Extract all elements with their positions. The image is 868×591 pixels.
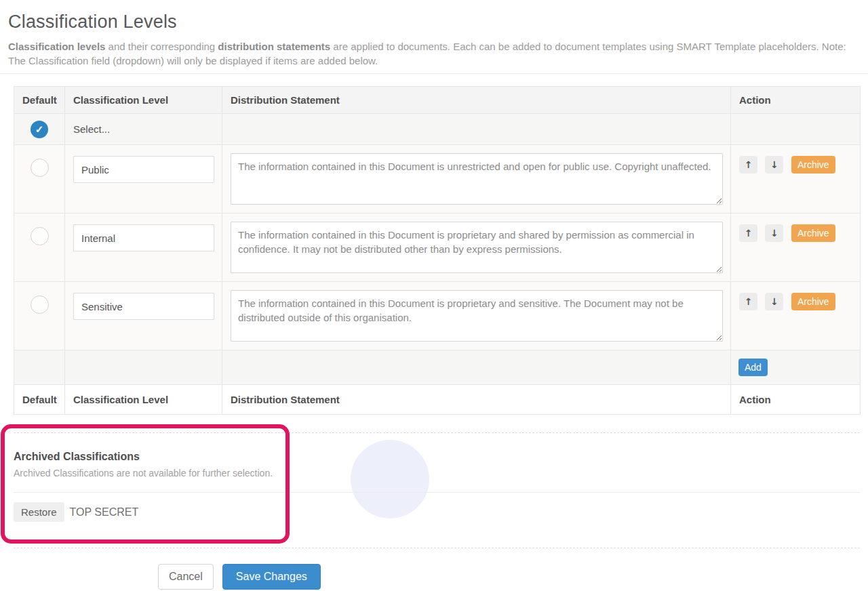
select-placeholder-cell: Select... (65, 114, 222, 145)
distribution-statement-cell: The information contained in this Docume… (222, 145, 731, 213)
column-header-action: Action (731, 87, 861, 114)
classification-level-input[interactable] (73, 224, 214, 251)
archived-item-row: Restore TOP SECRET (14, 502, 860, 522)
move-down-button[interactable]: ↓ (765, 224, 783, 242)
move-up-button[interactable]: ↑ (739, 156, 757, 174)
add-row: Add (14, 350, 861, 385)
column-header-distribution-statement: Distribution Statement (222, 87, 731, 114)
save-changes-button[interactable]: Save Changes (222, 564, 321, 590)
cancel-button[interactable]: Cancel (158, 564, 214, 590)
action-cell: ↑ ↓ Archive (731, 145, 861, 213)
form-actions: Cancel Save Changes (158, 564, 868, 590)
table-footer-row: Default Classification Level Distributio… (14, 385, 861, 415)
select-placeholder-label: Select... (65, 123, 118, 135)
table-row: The information contained in this Docume… (14, 282, 861, 350)
action-cell: ↑ ↓ Archive (731, 282, 861, 350)
classification-level-cell (65, 282, 222, 350)
move-down-button[interactable]: ↓ (765, 293, 783, 310)
archived-classifications-heading: Archived Classifications (14, 451, 860, 463)
empty-statement-cell (222, 114, 731, 145)
default-radio-cell (14, 213, 65, 282)
default-radio-cell: ✓ (14, 114, 65, 145)
column-header-classification-level: Classification Level (65, 87, 222, 114)
page-description: Classification levels and their correspo… (8, 39, 860, 68)
default-radio-unchecked[interactable] (31, 296, 49, 314)
table-row: The information contained in this Docume… (14, 145, 861, 213)
move-down-button[interactable]: ↓ (765, 156, 783, 174)
empty-cell (65, 350, 222, 385)
archived-classifications-section: Archived Classifications Archived Classi… (14, 432, 860, 548)
page-title: Classification Levels (8, 11, 860, 33)
move-up-button[interactable]: ↑ (739, 293, 757, 310)
default-radio-unchecked[interactable] (31, 227, 49, 245)
distribution-statement-cell: The information contained in this Docume… (222, 213, 731, 282)
classification-level-cell (65, 145, 222, 213)
arrow-down-icon: ↓ (770, 296, 778, 307)
page-header: Classification Levels Classification lev… (0, 0, 868, 74)
archive-button[interactable]: Archive (791, 293, 835, 310)
arrow-down-icon: ↓ (770, 228, 778, 239)
default-select-row: ✓ Select... (14, 114, 861, 145)
desc-bold-classification-levels: Classification levels (8, 41, 105, 52)
action-cell: ↑ ↓ Archive (731, 213, 861, 282)
arrow-down-icon: ↓ (770, 159, 778, 170)
desc-text: and their corresponding (105, 41, 218, 52)
archived-items-list: Restore TOP SECRET (14, 492, 860, 522)
column-header-default: Default (14, 87, 65, 114)
desc-bold-distribution-statements: distribution statements (218, 41, 330, 52)
distribution-statement-textarea[interactable]: The information contained in this Docume… (231, 290, 723, 342)
empty-cell (222, 350, 731, 385)
footer-header-action: Action (731, 385, 861, 415)
footer-header-default: Default (14, 385, 65, 415)
table-row: The information contained in this Docume… (14, 213, 861, 282)
default-radio-cell (14, 145, 65, 213)
table-header-row: Default Classification Level Distributio… (14, 87, 861, 114)
classification-levels-table: Default Classification Level Distributio… (14, 86, 861, 415)
default-radio-cell (14, 282, 65, 350)
move-up-button[interactable]: ↑ (739, 224, 757, 242)
archive-button[interactable]: Archive (791, 224, 835, 242)
classification-level-input[interactable] (73, 293, 214, 320)
archive-button[interactable]: Archive (791, 156, 835, 174)
classification-level-cell (65, 213, 222, 282)
arrow-up-icon: ↑ (745, 159, 753, 170)
default-radio-checked[interactable]: ✓ (31, 121, 48, 138)
restore-button[interactable]: Restore (14, 502, 64, 522)
add-button[interactable]: Add (738, 359, 768, 376)
archived-classifications-description: Archived Classifications are not availab… (14, 468, 860, 478)
footer-header-classification-level: Classification Level (65, 385, 222, 415)
archived-item-name: TOP SECRET (70, 506, 139, 518)
distribution-statement-textarea[interactable]: The information contained in this Docume… (231, 153, 723, 205)
empty-action-cell (731, 114, 861, 145)
add-action-cell: Add (731, 350, 861, 385)
arrow-up-icon: ↑ (745, 228, 753, 239)
distribution-statement-textarea[interactable]: The information contained in this Docume… (231, 222, 723, 273)
default-radio-unchecked[interactable] (31, 159, 49, 177)
footer-header-distribution-statement: Distribution Statement (222, 385, 731, 415)
distribution-statement-cell: The information contained in this Docume… (222, 282, 731, 350)
arrow-up-icon: ↑ (745, 296, 753, 307)
classification-level-input[interactable] (73, 156, 214, 183)
empty-cell (14, 350, 65, 385)
